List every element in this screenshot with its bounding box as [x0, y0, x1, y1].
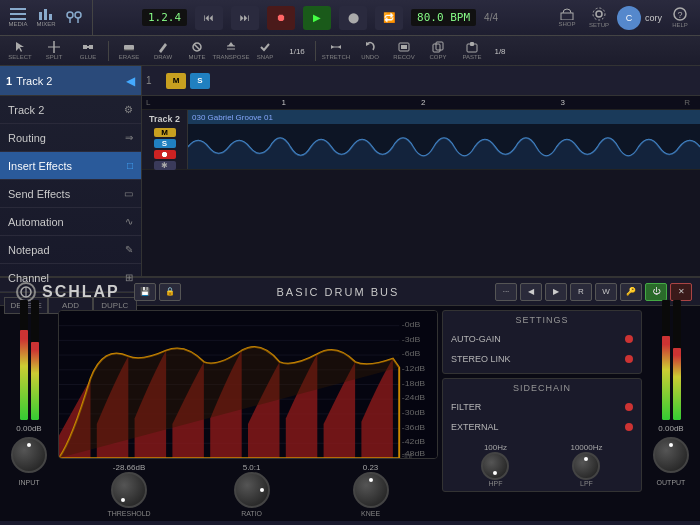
- stereo-link-indicator[interactable]: [625, 355, 633, 363]
- stretch-tool[interactable]: STRETCH: [320, 39, 352, 63]
- channels-btn[interactable]: [60, 4, 88, 32]
- split-tool[interactable]: SPLIT: [38, 39, 70, 63]
- plugin-btns-left: 💾 🔒: [134, 283, 181, 301]
- erase-tool[interactable]: ERASE: [113, 39, 145, 63]
- hpf-label: HPF: [488, 480, 502, 487]
- send-icon: ▭: [124, 188, 133, 199]
- options-btn[interactable]: ···: [495, 283, 517, 301]
- loop-btn[interactable]: 🔁: [375, 6, 403, 30]
- plugin-wrapper: SCHLAP 💾 🔒 BASIC DRUM BUS ··· ◀ ▶ R W 🔑 …: [0, 276, 700, 521]
- play-btn[interactable]: ▶: [303, 6, 331, 30]
- lpf-label: LPF: [580, 480, 593, 487]
- freq-knobs: 100Hz HPF 10000Hz LPF: [451, 443, 633, 487]
- snap-tool[interactable]: SNAP: [249, 39, 281, 63]
- glue-tool[interactable]: GLUE: [72, 39, 104, 63]
- knee-knob[interactable]: [353, 472, 389, 508]
- hpf-knob-dot: [493, 471, 497, 475]
- output-meter-l-fill: [662, 336, 670, 420]
- left-panel: 1 Track 2 ◀ Track 2 ⚙ Routing ⇒ Insert E…: [0, 66, 142, 276]
- routing-arrow-icon: ⇒: [125, 132, 133, 143]
- svg-marker-26: [228, 42, 234, 46]
- schlap-logo: SCHLAP: [8, 282, 128, 302]
- help-btn[interactable]: ? HELP: [666, 4, 694, 32]
- filter-label: FILTER: [451, 402, 481, 412]
- select-tool[interactable]: SELECT: [4, 39, 36, 63]
- svg-rect-4: [44, 9, 47, 20]
- snap-value-2[interactable]: 1/8: [490, 39, 510, 63]
- save-btn[interactable]: 💾: [134, 283, 156, 301]
- settings-panel: SETTINGS AUTO-GAIN STEREO LINK SIDECHAIN…: [442, 310, 642, 517]
- svg-rect-0: [10, 8, 26, 10]
- svg-point-12: [593, 8, 605, 20]
- hpf-knob[interactable]: [481, 452, 509, 480]
- output-knob[interactable]: [653, 437, 689, 473]
- lpf-knob[interactable]: [572, 452, 600, 480]
- copy-tool[interactable]: COPY: [422, 39, 454, 63]
- record-arm-btn[interactable]: ⏺: [154, 150, 176, 159]
- media-btn[interactable]: MEDIA: [4, 4, 32, 32]
- setup-btn[interactable]: SETUP: [585, 4, 613, 32]
- next-btn[interactable]: ⏭: [231, 6, 259, 30]
- track-name-side: Track 2: [149, 114, 180, 124]
- ratio-knob-dot: [260, 488, 264, 492]
- mute-tool[interactable]: MUTE: [181, 39, 213, 63]
- undo-tool[interactable]: UNDO: [354, 39, 386, 63]
- stop-btn[interactable]: ⬤: [339, 6, 367, 30]
- close-btn[interactable]: ✕: [670, 283, 692, 301]
- track-solo-btn[interactable]: S: [154, 139, 176, 148]
- knee-label: KNEE: [361, 510, 380, 517]
- sidebar-item-notepad[interactable]: Notepad ✎: [0, 236, 141, 264]
- shop-btn[interactable]: SHOP: [553, 4, 581, 32]
- paste-tool[interactable]: PASTE: [456, 39, 488, 63]
- sidechain-title: SIDECHAIN: [451, 383, 633, 393]
- next-patch-btn[interactable]: ▶: [545, 283, 567, 301]
- filter-indicator[interactable]: [625, 403, 633, 411]
- external-row: EXTERNAL: [451, 417, 633, 437]
- threshold-knob[interactable]: [111, 472, 147, 508]
- write-btn[interactable]: W: [595, 283, 617, 301]
- input-knob-dot: [27, 443, 31, 447]
- avatar[interactable]: C: [617, 6, 641, 30]
- lock-btn[interactable]: 🔒: [159, 283, 181, 301]
- track-arrow-icon[interactable]: ◀: [126, 74, 135, 88]
- schlap-circle: [16, 282, 36, 302]
- recov-tool[interactable]: RECOV: [388, 39, 420, 63]
- second-toolbar: SELECT SPLIT GLUE ERASE DRAW MUTE TRANSP…: [0, 36, 700, 66]
- ratio-section: 5.0:1 RATIO: [234, 463, 270, 517]
- track-mute-btn[interactable]: M: [154, 128, 176, 137]
- output-section: 0.00dB OUTPUT: [646, 310, 696, 517]
- read-btn[interactable]: R: [570, 283, 592, 301]
- ratio-knob[interactable]: [234, 472, 270, 508]
- external-indicator[interactable]: [625, 423, 633, 431]
- solo-button[interactable]: S: [190, 73, 210, 89]
- transpose-tool[interactable]: TRANSPOSE: [215, 39, 247, 63]
- mute-button[interactable]: M: [166, 73, 186, 89]
- input-db-label: 0.00dB: [16, 424, 41, 433]
- comp-section: -0dB -3dB -6dB -12dB -18dB -24dB -30dB -…: [58, 310, 438, 517]
- input-knob[interactable]: [11, 437, 47, 473]
- media-section: MEDIA MIXER: [0, 0, 93, 35]
- output-meter-r-fill: [673, 348, 681, 420]
- mixer-btn[interactable]: MIXER: [32, 4, 60, 32]
- sidebar-item-automation[interactable]: Automation ∿: [0, 208, 141, 236]
- auto-gain-indicator[interactable]: [625, 335, 633, 343]
- power-btn[interactable]: ⏻: [645, 283, 667, 301]
- knee-knob-dot: [369, 478, 373, 482]
- stereo-link-label: STEREO LINK: [451, 354, 511, 364]
- snap-value[interactable]: 1/16: [283, 39, 311, 63]
- sidebar-item-track2[interactable]: Track 2 ⚙: [0, 96, 141, 124]
- prev-btn[interactable]: ⏮: [195, 6, 223, 30]
- record-btn[interactable]: ⏺: [267, 6, 295, 30]
- track-waveform[interactable]: 030 Gabriel Groove 01: [188, 110, 700, 169]
- sidebar-item-insert-effects[interactable]: Insert Effects □: [0, 152, 141, 180]
- sidebar-item-send-effects[interactable]: Send Effects ▭: [0, 180, 141, 208]
- track-content-row: Track 2 M S ⏺ ✱ 030 Gabriel Groove 01: [142, 110, 700, 170]
- draw-tool[interactable]: DRAW: [147, 39, 179, 63]
- comp-display: -0dB -3dB -6dB -12dB -18dB -24dB -30dB -…: [58, 310, 438, 459]
- auto-btn[interactable]: 🔑: [620, 283, 642, 301]
- prev-patch-btn[interactable]: ◀: [520, 283, 542, 301]
- track-header[interactable]: 1 Track 2 ◀: [0, 66, 141, 96]
- track-settings-btn[interactable]: ✱: [154, 161, 176, 170]
- auto-gain-label: AUTO-GAIN: [451, 334, 501, 344]
- sidebar-item-routing[interactable]: Routing ⇒: [0, 124, 141, 152]
